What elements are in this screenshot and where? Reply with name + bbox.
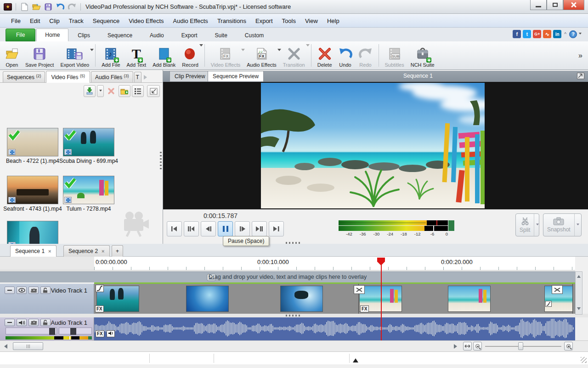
save-project-icon[interactable]	[44, 2, 53, 12]
add-text-button[interactable]: T Add Text	[124, 42, 150, 69]
go-to-end-button[interactable]	[269, 221, 284, 236]
scroll-up-icon[interactable]	[577, 273, 581, 278]
zoom-slider-track[interactable]	[485, 346, 561, 347]
tab-video-files[interactable]: Video Files (5)	[46, 71, 90, 83]
ribbon-tab-file[interactable]: File	[6, 29, 35, 41]
add-file-button[interactable]: ♪ Add File	[98, 42, 123, 69]
menu-view[interactable]: View	[300, 15, 322, 27]
toolbar-overflow-chevron[interactable]: »	[575, 52, 586, 60]
lock-track-button[interactable]	[40, 287, 51, 294]
menu-audio-effects[interactable]: Audio Effects	[169, 15, 213, 27]
linkedin-icon[interactable]: in	[553, 30, 561, 38]
record-button[interactable]: Record	[179, 42, 201, 69]
timeline-clip-thumb[interactable]	[186, 286, 229, 312]
clip-fx-badge[interactable]: FX	[360, 305, 369, 312]
panel-splitter-handle[interactable]	[160, 152, 162, 171]
file-item-scuba-diving[interactable]: Scuba Diving - 699.mp4	[59, 128, 119, 165]
new-sequence-tab[interactable]: +	[112, 245, 123, 257]
add-blank-button[interactable]: Add Blank	[149, 42, 179, 69]
scroll-down-icon[interactable]	[577, 307, 581, 312]
menu-sequence[interactable]: Sequence	[88, 15, 124, 27]
new-folder-button[interactable]	[119, 85, 130, 97]
menu-file[interactable]: File	[6, 15, 25, 27]
split-dropdown-icon[interactable]	[534, 214, 541, 236]
close-tab-icon[interactable]: ×	[48, 248, 51, 254]
file-thumbnail[interactable]	[7, 128, 58, 156]
audio-effects-button[interactable]: ♪♪FX Audio Effects	[243, 42, 280, 69]
nch-suite-button[interactable]: NCH Suite	[407, 42, 438, 69]
facebook-icon[interactable]: f	[513, 30, 521, 38]
preview-size-button[interactable]	[147, 85, 160, 97]
step-forward-button[interactable]	[235, 221, 250, 236]
overlay-track-hint[interactable]: Drag and drop your video, text and image…	[0, 271, 575, 282]
twitter-icon[interactable]: t	[523, 30, 531, 38]
tab-clip-preview[interactable]: Clip Preview	[170, 71, 210, 82]
track-splitter[interactable]	[0, 314, 588, 317]
expand-panel-icon[interactable]	[353, 356, 358, 362]
scroll-left-icon[interactable]	[2, 344, 7, 349]
collapse-track-button[interactable]	[5, 319, 15, 326]
snapshot-dropdown-icon[interactable]	[574, 214, 581, 236]
file-thumbnail[interactable]	[63, 176, 114, 204]
minimize-button[interactable]	[530, 0, 547, 10]
timeline-clip-thumb[interactable]	[448, 286, 491, 312]
help-icon[interactable]: ?	[569, 30, 577, 38]
file-item-tulum[interactable]: Tulum - 7278.mp4	[59, 176, 119, 213]
ribbon-tab-sequence[interactable]: Sequence	[99, 29, 141, 41]
add-to-sequence-dropdown-icon[interactable]	[97, 85, 104, 97]
tab-sequence-1[interactable]: Sequence 1×	[10, 245, 57, 257]
menu-track[interactable]: Track	[64, 15, 88, 27]
pause-button[interactable]	[218, 221, 233, 236]
menu-edit[interactable]: Edit	[25, 15, 45, 27]
close-button[interactable]	[563, 0, 584, 10]
timeline-ruler[interactable]: 0:00:00.000 0:00:10.000 0:00:20.000	[94, 257, 575, 270]
file-item-seafront[interactable]: Seafront - 4743 (1).mp4	[3, 176, 62, 213]
menu-clip[interactable]: Clip	[45, 15, 64, 27]
export-video-button[interactable]: Export Video	[57, 42, 92, 69]
fade-icon[interactable]	[96, 285, 104, 292]
menu-tools[interactable]: Tools	[277, 15, 300, 27]
scroll-right-icon[interactable]	[454, 344, 459, 349]
help-dropdown-icon[interactable]	[579, 33, 582, 36]
delete-button[interactable]: Delete	[314, 42, 335, 69]
transition-icon[interactable]	[552, 285, 563, 294]
snapshot-button[interactable]: Snapshot	[543, 213, 582, 236]
new-project-icon[interactable]	[20, 2, 29, 12]
audio-volume-badge[interactable]	[107, 330, 115, 337]
next-clip-button[interactable]	[252, 221, 267, 236]
tracks-vertical-scrollbar[interactable]	[575, 271, 582, 315]
nch-social-icon[interactable]: ∿	[543, 30, 551, 38]
menu-transitions[interactable]: Transitions	[213, 15, 251, 27]
step-back-button[interactable]	[201, 221, 216, 236]
go-to-start-button[interactable]	[167, 221, 182, 236]
undo-button[interactable]: Undo	[335, 42, 356, 69]
fit-timeline-button[interactable]	[463, 342, 472, 351]
clip-fx-badge[interactable]: FX	[96, 330, 104, 337]
lock-track-button[interactable]	[40, 319, 51, 326]
save-project-button[interactable]: Save Project	[22, 42, 57, 69]
add-to-sequence-button[interactable]	[84, 85, 96, 97]
zoom-in-button[interactable]	[564, 342, 573, 351]
googleplus-icon[interactable]: G+	[533, 30, 541, 38]
video-frame[interactable]	[261, 83, 485, 208]
split-button[interactable]: Split	[515, 213, 539, 236]
ribbon-tab-export[interactable]: Export	[173, 29, 206, 41]
scrollbar-thumb[interactable]	[13, 342, 43, 350]
tab-sequences[interactable]: Sequences (2)	[3, 71, 45, 82]
maximize-button[interactable]	[547, 0, 563, 10]
open-button[interactable]: Open	[2, 42, 22, 69]
menu-help[interactable]: Help	[322, 15, 344, 27]
toggle-visibility-button[interactable]	[17, 287, 27, 294]
video-track-content[interactable]: FX FX	[94, 284, 575, 314]
volume-slider[interactable]	[6, 328, 57, 334]
tab-overflow-stub[interactable]: T	[134, 72, 141, 82]
timeline-clip-thumb[interactable]	[280, 286, 323, 312]
close-tab-icon[interactable]: ×	[102, 248, 104, 254]
detach-preview-icon[interactable]	[577, 73, 584, 79]
ribbon-tab-home[interactable]: Home	[36, 29, 68, 41]
zoom-slider-handle[interactable]	[518, 342, 523, 350]
tab-sequence-2[interactable]: Sequence 2×	[63, 245, 110, 257]
fade-icon[interactable]	[545, 301, 552, 307]
redo-icon[interactable]	[68, 2, 77, 12]
pan-slider[interactable]	[59, 328, 92, 334]
